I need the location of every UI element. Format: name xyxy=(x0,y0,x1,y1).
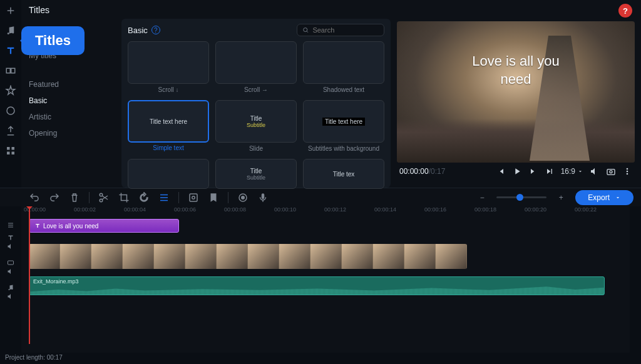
title-clip-icon xyxy=(34,223,41,229)
search-box[interactable] xyxy=(297,24,384,36)
delete-icon[interactable] xyxy=(69,192,80,203)
prev-frame-icon[interactable] xyxy=(496,166,506,176)
microphone-icon[interactable] xyxy=(257,192,269,203)
svg-rect-22 xyxy=(8,261,14,265)
preset-scroll-down[interactable]: Scroll ↓ xyxy=(128,41,209,84)
presets-category-label: Basic ? xyxy=(128,26,160,35)
ruler-tick: 00:00:02 xyxy=(71,206,121,219)
tracks-area[interactable]: 00:00:00 00:00:02 00:00:04 00:00:06 00:0… xyxy=(21,206,630,353)
preset-thumb-subtitle: Subtitle xyxy=(247,122,265,128)
svg-point-24 xyxy=(12,288,13,290)
titles-icon[interactable] xyxy=(5,45,16,56)
rotate-icon[interactable] xyxy=(138,192,150,203)
crop-icon[interactable] xyxy=(118,192,130,203)
track-header-rail xyxy=(0,206,21,353)
title-clip-label: Love is all you need xyxy=(43,223,98,230)
ruler-tick: 00:00:18 xyxy=(472,206,522,219)
playhead[interactable] xyxy=(29,206,30,344)
preset-item[interactable]: Title Subtitle xyxy=(215,159,297,189)
zoom-slider[interactable] xyxy=(496,196,546,198)
preset-item[interactable]: Title tex xyxy=(303,159,384,189)
preset-caption: Subtitles with background xyxy=(304,145,384,152)
preset-simple-text[interactable]: Title text here Simple text xyxy=(128,100,209,143)
nav-opening[interactable]: Opening xyxy=(29,128,115,139)
svg-rect-5 xyxy=(7,147,10,150)
nav-featured[interactable]: Featured xyxy=(29,79,115,90)
svg-point-11 xyxy=(610,171,612,173)
export-icon[interactable] xyxy=(5,125,16,136)
aspect-ratio-select[interactable]: 16:9 xyxy=(561,167,583,176)
svg-point-20 xyxy=(242,196,245,199)
preset-item[interactable] xyxy=(128,159,209,189)
end-icon[interactable] xyxy=(545,166,555,176)
marker-icon[interactable] xyxy=(208,192,219,203)
svg-rect-21 xyxy=(262,193,265,199)
elements-icon[interactable] xyxy=(5,105,16,116)
search-input[interactable] xyxy=(312,26,379,34)
preset-thumb-title: Title xyxy=(250,168,262,174)
video-track[interactable] xyxy=(21,244,630,273)
video-clip[interactable] xyxy=(29,244,467,269)
preset-thumb-text: Title tex xyxy=(333,171,355,178)
svg-point-1 xyxy=(12,32,14,34)
svg-point-12 xyxy=(627,168,628,170)
export-button[interactable]: Export xyxy=(575,190,633,205)
timeline-settings-icon[interactable] xyxy=(0,219,21,231)
preset-thumb-subtitle: Subtitle xyxy=(247,174,265,181)
nav-artistic[interactable]: Artistic xyxy=(29,111,115,123)
title-clip[interactable]: Love is all you need xyxy=(29,219,179,233)
svg-point-18 xyxy=(192,196,195,199)
ruler-tick: 00:00:20 xyxy=(522,206,572,219)
svg-rect-8 xyxy=(12,152,15,155)
preset-slide[interactable]: Title Subtitle Slide xyxy=(215,100,297,143)
titles-callout: Titles xyxy=(21,26,85,55)
chevron-down-icon xyxy=(615,195,621,201)
preset-shadowed-text[interactable]: Shadowed text xyxy=(303,41,384,84)
next-frame-icon[interactable] xyxy=(528,166,538,176)
svg-point-9 xyxy=(304,28,307,32)
more-icon[interactable] xyxy=(5,145,16,156)
ruler-tick: 00:00:14 xyxy=(372,206,422,219)
help-button[interactable]: ? xyxy=(618,4,632,18)
timecode: 00:00:00/0:17 xyxy=(399,167,445,176)
clip-properties-icon[interactable] xyxy=(188,192,199,203)
preset-caption: Slide xyxy=(216,145,296,152)
video-track-header[interactable] xyxy=(0,253,21,281)
nav-basic[interactable]: Basic xyxy=(29,95,115,106)
split-icon[interactable] xyxy=(98,192,110,203)
title-track-header[interactable] xyxy=(0,231,21,253)
svg-rect-3 xyxy=(11,68,15,73)
play-icon[interactable] xyxy=(512,166,522,176)
music-icon[interactable] xyxy=(5,25,16,36)
transitions-icon[interactable] xyxy=(5,65,16,76)
audio-clip[interactable]: Exit_Moraine.mp3 xyxy=(29,276,605,295)
svg-point-13 xyxy=(627,171,628,173)
preview-pane: ? Love is all you need 00:00:00/0:17 16:… xyxy=(391,0,641,188)
ruler-tick: 00:00:04 xyxy=(121,206,172,219)
ruler-tick: 00:00:06 xyxy=(172,206,222,219)
timeline: 00:00:00 00:00:02 00:00:04 00:00:06 00:0… xyxy=(0,206,641,353)
audio-track-header[interactable] xyxy=(0,281,21,303)
color-adjust-icon[interactable] xyxy=(158,192,170,203)
preset-caption: Shadowed text xyxy=(304,86,384,93)
more-options-icon[interactable] xyxy=(622,166,632,176)
audio-track[interactable]: Exit_Moraine.mp3 xyxy=(21,276,630,298)
video-preview[interactable]: Love is all you need xyxy=(397,21,635,163)
zoom-out-icon[interactable]: − xyxy=(476,192,488,203)
zoom-in-icon[interactable]: + xyxy=(555,192,567,203)
svg-rect-17 xyxy=(190,194,197,201)
redo-icon[interactable] xyxy=(49,192,60,203)
undo-icon[interactable] xyxy=(29,192,40,203)
preset-thumb-title: Title xyxy=(250,115,262,122)
title-track[interactable]: Love is all you need xyxy=(21,219,630,240)
preset-subtitles-bg[interactable]: Title text here Subtitles with backgroun… xyxy=(303,100,384,143)
volume-icon[interactable] xyxy=(590,166,600,176)
preset-scroll-right[interactable]: Scroll → xyxy=(215,41,297,84)
time-ruler[interactable]: 00:00:00 00:00:02 00:00:04 00:00:06 00:0… xyxy=(21,206,630,219)
effects-icon[interactable] xyxy=(5,85,16,96)
snapshot-icon[interactable] xyxy=(606,166,616,176)
record-icon[interactable] xyxy=(237,192,249,203)
help-icon[interactable]: ? xyxy=(151,26,160,34)
add-icon[interactable] xyxy=(5,5,16,16)
ruler-tick: 00:00:10 xyxy=(272,206,322,219)
